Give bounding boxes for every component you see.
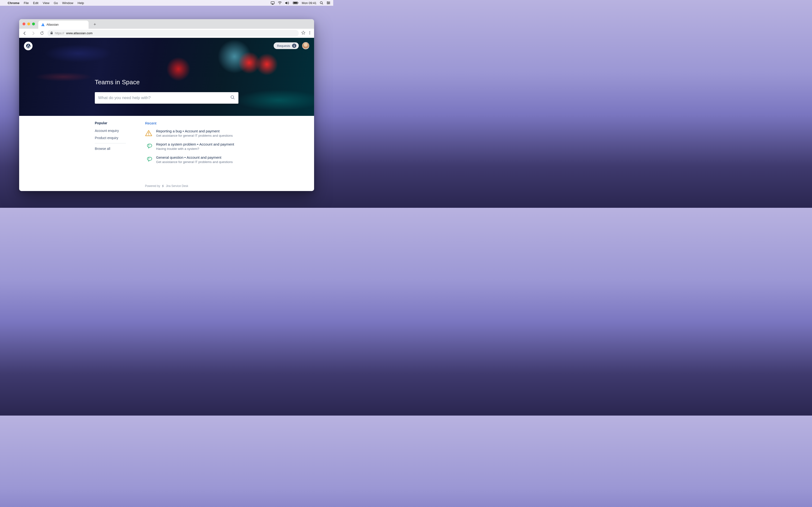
portal-title: Teams in Space <box>95 78 238 86</box>
svg-point-13 <box>329 3 330 3</box>
warning-triangle-icon <box>145 129 152 137</box>
recent-item[interactable]: ? Report a system problem•Account and pa… <box>145 142 234 151</box>
svg-point-14 <box>328 4 329 4</box>
svg-point-16 <box>309 31 310 32</box>
chrome-menu-icon[interactable] <box>308 31 312 36</box>
search-input[interactable] <box>98 96 228 100</box>
svg-marker-3 <box>285 2 287 4</box>
browse-all-link[interactable]: Browse all <box>95 147 126 151</box>
browser-window: Atlassian + https:// www.atlassian.com <box>19 19 314 191</box>
mac-menu-edit[interactable]: Edit <box>33 1 38 5</box>
triangle-logo-icon <box>26 44 31 48</box>
svg-line-21 <box>233 98 235 99</box>
mac-menu-file[interactable]: File <box>24 1 29 5</box>
mac-menu-go[interactable]: Go <box>54 1 58 5</box>
svg-point-20 <box>231 96 234 99</box>
popular-column: Popular Account enquiry Product enquiry … <box>95 121 126 169</box>
tab-strip: Atlassian + <box>19 19 314 29</box>
recent-item[interactable]: Reporting a bug•Account and payment Get … <box>145 129 234 137</box>
footer: Powered by Jira Service Desk <box>19 184 314 188</box>
recent-item-title: Reporting a bug•Account and payment <box>156 129 233 133</box>
svg-point-17 <box>309 32 310 33</box>
url-toolbar: https:// www.atlassian.com <box>19 29 314 38</box>
minimize-window-button[interactable] <box>27 22 30 25</box>
popular-link-account-enquiry[interactable]: Account enquiry <box>95 129 126 132</box>
question-bubble-icon: ? <box>145 156 152 163</box>
portal-logo[interactable] <box>24 42 33 50</box>
recent-column: Recent Reporting a bug•Account and payme… <box>145 121 234 169</box>
svg-point-23 <box>149 134 149 135</box>
svg-text:?: ? <box>148 144 150 147</box>
page-content: Requests 1 Teams in Space Popular Accoun… <box>19 38 314 191</box>
svg-line-8 <box>322 4 323 5</box>
recent-heading: Recent <box>145 121 234 125</box>
search-icon <box>230 95 235 101</box>
recent-item-title: General question•Account and payment <box>156 155 233 159</box>
mac-menu-help[interactable]: Help <box>77 1 84 5</box>
requests-button[interactable]: Requests 1 <box>274 42 299 49</box>
recent-item-desc: Get assistance for general IT problems a… <box>156 134 233 137</box>
mac-clock[interactable]: Mon 09:41 <box>302 1 316 5</box>
mac-app-name[interactable]: Chrome <box>8 1 19 5</box>
address-bar[interactable]: https:// www.atlassian.com <box>47 30 299 37</box>
bookmark-star-icon[interactable] <box>301 31 305 36</box>
recent-item[interactable]: ? General question•Account and payment G… <box>145 155 234 164</box>
recent-item-desc: Get assistance for general IT problems a… <box>156 160 233 164</box>
spotlight-icon[interactable] <box>320 1 323 5</box>
reload-button[interactable] <box>39 30 45 37</box>
browser-tab[interactable]: Atlassian <box>38 20 89 29</box>
search-box[interactable] <box>95 92 238 104</box>
hero-banner: Requests 1 Teams in Space <box>19 38 314 116</box>
mac-menubar: Chrome File Edit View Go Window Help Mon… <box>0 0 333 6</box>
svg-point-7 <box>320 2 323 4</box>
url-protocol: https:// <box>55 32 64 35</box>
question-bubble-icon: ? <box>145 143 152 150</box>
close-window-button[interactable] <box>22 22 25 25</box>
svg-point-12 <box>327 2 328 2</box>
control-center-icon[interactable] <box>327 1 330 4</box>
divider <box>95 143 126 144</box>
wifi-icon[interactable] <box>278 1 282 4</box>
lock-icon <box>50 32 53 35</box>
back-button[interactable] <box>21 30 28 37</box>
window-controls <box>22 22 35 25</box>
svg-rect-5 <box>293 2 297 4</box>
powered-by-product: Jira Service Desk <box>166 184 188 188</box>
svg-text:?: ? <box>148 158 150 160</box>
popular-link-product-enquiry[interactable]: Product enquiry <box>95 136 126 140</box>
mac-menu-window[interactable]: Window <box>62 1 73 5</box>
url-host: www.atlassian.com <box>66 32 93 35</box>
powered-by-label: Powered by <box>145 184 160 188</box>
recent-item-title: Report a system problem•Account and paym… <box>156 142 234 146</box>
requests-count-badge: 1 <box>292 44 296 48</box>
mac-menu-view[interactable]: View <box>43 1 49 5</box>
airplay-icon[interactable] <box>271 1 275 5</box>
recent-item-desc: Having trouble with a system? <box>156 147 234 151</box>
svg-rect-15 <box>51 33 53 34</box>
forward-button[interactable] <box>30 30 37 37</box>
user-avatar[interactable] <box>302 42 309 49</box>
jira-bolt-icon <box>162 184 165 188</box>
svg-point-18 <box>309 34 310 34</box>
atlassian-favicon-icon <box>41 23 45 26</box>
svg-point-2 <box>279 4 280 4</box>
popular-heading: Popular <box>95 121 126 125</box>
new-tab-button[interactable]: + <box>92 21 98 28</box>
volume-icon[interactable] <box>285 1 289 5</box>
zoom-window-button[interactable] <box>32 22 35 25</box>
svg-rect-6 <box>298 2 298 3</box>
requests-label: Requests <box>277 44 290 48</box>
battery-icon[interactable] <box>293 1 298 4</box>
tab-title: Atlassian <box>47 23 59 26</box>
